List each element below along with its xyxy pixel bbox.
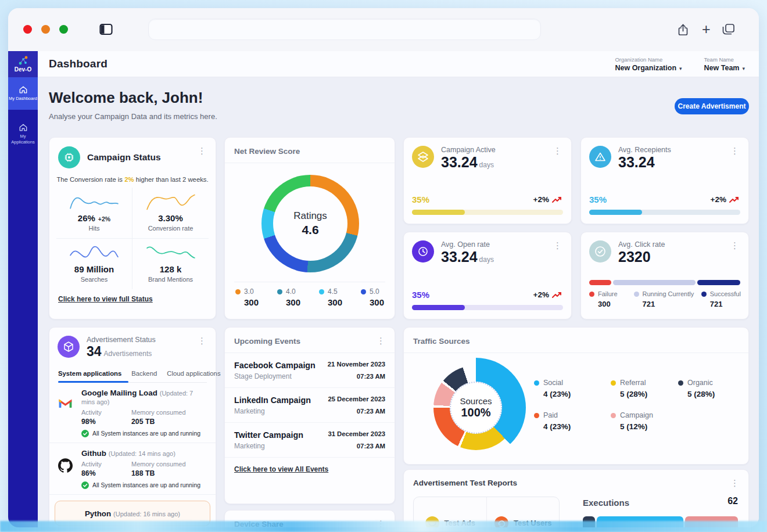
gmail-icon — [58, 398, 81, 437]
card-title: Campaign Active — [441, 146, 496, 154]
create-advertisment-button[interactable]: Create Advertisment — [675, 98, 749, 114]
delta-value: +2% — [711, 195, 740, 204]
tab-system-applications[interactable]: System applications — [58, 370, 121, 377]
segmented-bar — [589, 280, 740, 285]
view-all-events-link[interactable]: Click here to view All Events — [234, 465, 328, 473]
applications-icon — [19, 123, 28, 132]
card-title: Avg. Click rate — [618, 240, 665, 249]
donut-center-label: Ratings — [293, 210, 327, 222]
legend-item: Social 4 (23%) — [534, 379, 571, 398]
tab-backend[interactable]: Backend — [131, 370, 157, 377]
app-row-github: Github(Updated: 14 mins ago) Activity Me… — [49, 443, 216, 495]
legend-dot — [678, 380, 683, 386]
ratings-donut-chart: Ratings 4.6 — [261, 175, 359, 272]
codepen-icon — [412, 146, 434, 168]
tab-cloud-applications[interactable]: Cloud applications — [167, 370, 220, 377]
metric-unit: days — [479, 256, 494, 264]
avg-recepients-card: Avg. Recepients 33.24 35% +2% — [580, 137, 749, 224]
kebab-menu-icon[interactable] — [728, 477, 741, 488]
segment-failure — [589, 280, 611, 285]
metric-conversion-rate: 3.30% Conversion rate — [132, 188, 209, 239]
minimize-window-button[interactable] — [41, 25, 50, 34]
cube-icon — [58, 336, 80, 358]
main-content: Welcome back, John! Analyse your Campaig… — [38, 77, 759, 527]
sidebar-item-label: My Applications — [8, 134, 38, 145]
net-review-score-card: Net Review Score Ratings 4.6 3.0 300 4.0… — [224, 137, 395, 319]
card-title: Advertisement Test Reports — [404, 470, 748, 496]
percent-value: 35% — [589, 195, 607, 204]
url-field[interactable] — [148, 19, 541, 40]
kebab-menu-icon[interactable] — [195, 145, 209, 156]
traffic-sources-card: Traffic Sources Sources 100% Social 4 (2… — [403, 327, 749, 465]
app-tabs: System applications Backend Cloud applic… — [58, 370, 207, 383]
metrics-grid: 26%+2% Hits 3.30% Conversion rate 89 Mil… — [56, 188, 209, 289]
close-window-button[interactable] — [23, 25, 32, 34]
avg-open-rate-card: Avg. Open rate 33.24days 35% +2% — [403, 232, 572, 319]
warning-triangle-icon — [589, 146, 611, 168]
metric-value: 33.24 — [441, 154, 478, 170]
organization-dropdown[interactable]: Organization Name New Organization▾ — [615, 56, 682, 72]
donut-center-value: 4.6 — [302, 223, 318, 237]
advertisement-test-reports-card: Advertisement Test Reports Test Ads Test… — [403, 469, 749, 527]
progress-fill — [412, 210, 465, 215]
card-title: Net Review Score — [225, 138, 395, 163]
metric-value: 2320 — [618, 249, 651, 265]
card-title: Avg. Open rate — [441, 240, 494, 249]
donut-center-value: 100% — [461, 406, 490, 419]
kebab-menu-icon[interactable] — [728, 240, 741, 251]
new-tab-icon[interactable]: + — [702, 23, 711, 35]
advertisement-status-card: Advertisement Status 34Advertisements Sy… — [49, 327, 216, 527]
legend-dot — [611, 380, 616, 386]
kebab-menu-icon[interactable] — [728, 145, 741, 156]
sidebar-item-my-dashboard[interactable]: My Dashboard — [8, 77, 38, 110]
sparkline-searches — [66, 244, 122, 263]
percent-value: 35% — [412, 195, 429, 204]
legend-item: Referral 5 (28%) — [611, 379, 647, 398]
organization-value: New Organization — [615, 64, 676, 72]
check-circle-icon — [589, 240, 611, 263]
legend-dot — [701, 292, 707, 297]
legend-dot — [534, 413, 539, 418]
background-glow — [0, 521, 767, 532]
trend-up-icon — [551, 291, 563, 299]
kebab-menu-icon[interactable] — [374, 335, 388, 346]
organization-label: Organization Name — [615, 56, 682, 63]
app-status: All System instances are up and running — [81, 430, 207, 437]
legend-dot — [361, 289, 366, 294]
metric-hits: 26%+2% Hits — [56, 188, 132, 239]
delta-value: +2% — [533, 195, 563, 204]
segment-running — [613, 280, 696, 285]
kebab-menu-icon[interactable] — [551, 145, 564, 156]
campaign-status-card: Campaign Status The Conversion rate is 2… — [49, 137, 216, 319]
share-icon[interactable] — [678, 23, 689, 38]
sidebar-toggle-icon[interactable] — [99, 23, 113, 38]
card-title: Upcoming Events — [225, 328, 395, 353]
legend-dot — [589, 292, 594, 297]
campaign-active-card: Campaign Active 33.24days 35% +2% — [403, 137, 572, 224]
legend-item: Organic 5 (28%) — [678, 379, 715, 398]
maximize-window-button[interactable] — [59, 25, 68, 34]
browser-window: + Dev-O My Dashboard My Applications Das… — [8, 8, 759, 527]
kebab-menu-icon[interactable] — [551, 240, 564, 251]
segment-successful — [697, 280, 740, 285]
legend-item: Running Currently 721 — [634, 290, 701, 308]
card-title: Advertisement Status — [87, 336, 156, 344]
legend-dot — [319, 289, 324, 294]
sparkline-brand-mentions — [143, 244, 199, 263]
legend-dot — [634, 292, 639, 297]
sidebar-item-my-applications[interactable]: My Applications — [8, 118, 38, 150]
trend-up-icon — [729, 196, 740, 203]
legend-item: 3.0 300 — [235, 287, 259, 307]
legend-dot — [277, 289, 282, 294]
advertisement-count-label: Advertisements — [104, 350, 152, 358]
progress-bar — [589, 210, 740, 215]
ratings-legend: 3.0 300 4.0 300 4.5 300 5.0 300 — [235, 287, 384, 307]
sources-donut-chart: Sources 100% — [426, 358, 526, 458]
view-full-status-link[interactable]: Click here to view full Status — [58, 295, 153, 303]
show-tabs-icon[interactable] — [722, 23, 735, 38]
metric-value: 33.24 — [618, 154, 655, 170]
kebab-menu-icon[interactable] — [195, 335, 209, 346]
app-logo[interactable]: Dev-O — [8, 51, 38, 77]
team-dropdown[interactable]: Team Name New Team▾ — [704, 56, 745, 72]
executions-value: 62 — [727, 496, 738, 506]
